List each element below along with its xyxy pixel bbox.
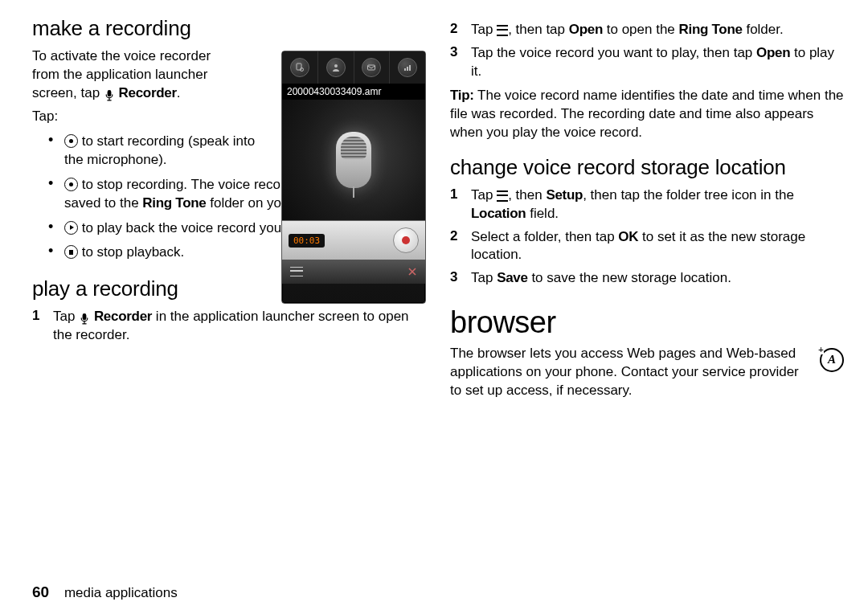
microphone-icon (104, 89, 115, 101)
phone-menu-icon (290, 267, 303, 276)
open-label: Open (569, 22, 603, 37)
svg-rect-5 (407, 67, 408, 71)
change-step-2: 2 Select a folder, then tap OK to set it… (450, 228, 844, 265)
step-number: 3 (450, 269, 471, 288)
browser-paragraph: The browser lets you access Web pages an… (450, 345, 804, 400)
recorder-label: Recorder (94, 309, 152, 324)
svg-point-2 (334, 64, 338, 68)
phone-tab-4 (390, 51, 425, 84)
phone-artwork (282, 100, 425, 220)
phone-bottom-bar (282, 260, 425, 284)
play-step-1: 1 Tap Recorder in the application launch… (32, 308, 426, 345)
phone-elapsed-time: 00:03 (289, 234, 325, 248)
svg-rect-3 (368, 65, 375, 70)
setup-label: Setup (546, 187, 583, 203)
ring-tone-label: Ring Tone (679, 22, 743, 37)
open-label: Open (756, 45, 790, 60)
accessory-icon: A (820, 348, 844, 372)
svg-rect-6 (409, 65, 411, 71)
intro-paragraph: To activate the voice recorder from the … (32, 47, 241, 103)
recording-actions-list: to start recording (speak into the micro… (47, 133, 256, 263)
phone-tab-2 (318, 51, 354, 84)
phone-filename: 20000430033409.amr (282, 84, 425, 100)
phone-tab-3 (354, 51, 391, 84)
phone-microphone-graphic (336, 132, 371, 188)
recorder-app-screenshot: 20000430033409.amr 00:03 (281, 51, 426, 304)
bullet-start-recording: to start recording (speak into the micro… (47, 133, 256, 170)
heading-browser: browser (450, 305, 844, 340)
step-number: 3 (450, 44, 471, 81)
footer-section: media applications (64, 585, 178, 600)
page-footer: 60 media applications (32, 583, 178, 601)
change-step-3: 3 Tap Save to save the new storage locat… (450, 269, 844, 288)
phone-close-icon (407, 267, 417, 276)
right-column: 2 Tap , then tap Open to open the Ring T… (450, 16, 844, 566)
stop-icon (64, 245, 78, 259)
left-column: make a recording To activate the voice r… (32, 16, 426, 566)
phone-record-button (393, 227, 419, 253)
tip-label: Tip: (450, 88, 474, 103)
change-step-1: 1 Tap , then Setup, then tap the folder … (450, 186, 844, 223)
step-number: 1 (32, 308, 53, 345)
menu-icon (497, 25, 508, 36)
record-icon (64, 178, 78, 191)
record-icon (64, 134, 78, 148)
ok-label: OK (618, 229, 638, 244)
phone-controls: 00:03 (282, 220, 425, 260)
svg-rect-4 (404, 68, 406, 71)
location-label: Location (471, 206, 526, 221)
menu-icon (497, 190, 508, 202)
microphone-icon (79, 313, 90, 325)
step-number: 1 (450, 186, 471, 223)
heading-change-storage: change voice record storage location (450, 155, 844, 180)
step-number: 2 (450, 228, 471, 265)
save-label: Save (497, 270, 528, 285)
heading-make-a-recording: make a recording (32, 16, 426, 41)
page-number: 60 (32, 583, 49, 600)
step-number: 2 (450, 21, 471, 39)
play-step-3: 3 Tap the voice record you want to play,… (450, 44, 844, 81)
play-step-2: 2 Tap , then tap Open to open the Ring T… (450, 21, 844, 39)
recorder-label: Recorder (119, 85, 177, 100)
phone-tabs (282, 51, 425, 84)
ring-tone-label: Ring Tone (142, 195, 206, 211)
phone-tab-1 (282, 51, 318, 84)
tip-paragraph: Tip: The voice record name identifies th… (450, 87, 844, 142)
play-icon (64, 221, 78, 235)
